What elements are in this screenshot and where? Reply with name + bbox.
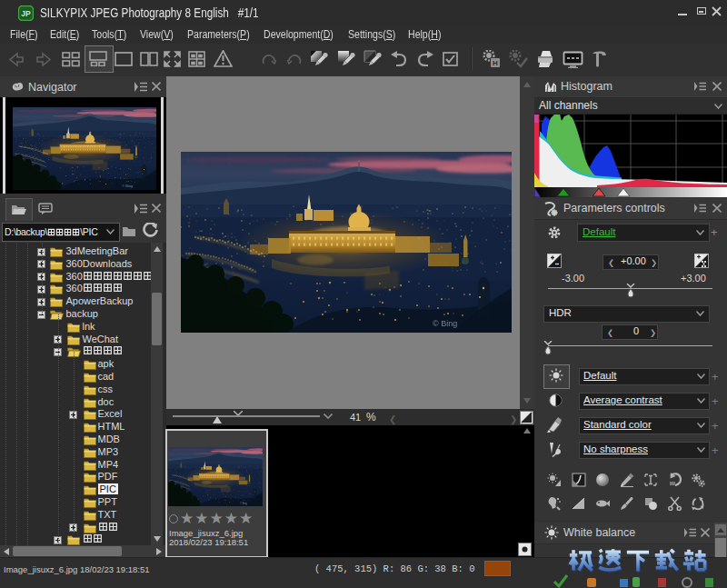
- svg-text:H: H: [493, 59, 498, 67]
- svg-text:JP: JP: [21, 9, 31, 18]
